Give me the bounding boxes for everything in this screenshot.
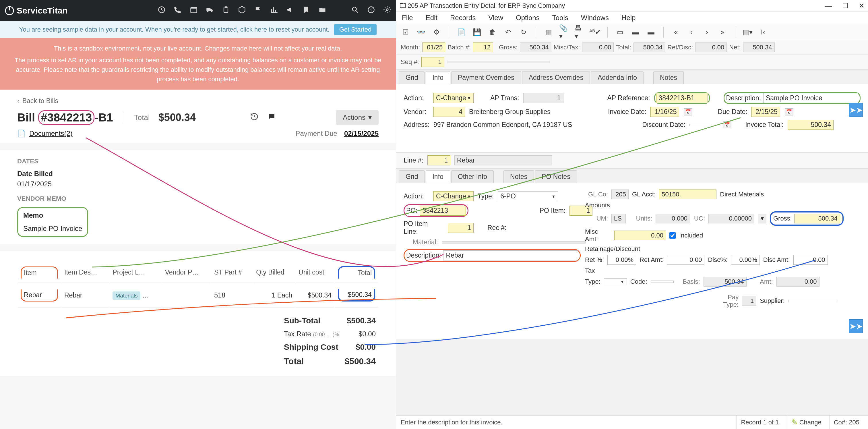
calendar-icon[interactable] [190, 6, 198, 16]
line-num-field[interactable]: 1 [427, 155, 451, 165]
flag-icon[interactable] [254, 6, 262, 16]
truck-icon[interactable] [206, 6, 214, 16]
tab-payment-overrides[interactable]: Payment Overrides [451, 71, 521, 84]
month-field[interactable]: 01/25 [422, 42, 445, 52]
menu-file[interactable]: File [402, 14, 413, 22]
tab2-info[interactable]: Info [426, 170, 450, 183]
search-icon[interactable] [351, 6, 359, 16]
minimize-icon[interactable]: — [825, 2, 832, 10]
type-select[interactable]: 6-PO▼ [498, 191, 558, 201]
retpct-field[interactable]: 0.00% [608, 255, 636, 265]
delete-icon[interactable]: 🗑 [488, 27, 497, 37]
undo-icon[interactable]: ↶ [503, 27, 513, 37]
batch-field[interactable]: 12 [473, 42, 493, 52]
close-icon[interactable]: ✕ [859, 2, 865, 10]
tab-grid[interactable]: Grid [399, 71, 425, 84]
menu-view[interactable]: View [488, 14, 503, 22]
layout-icon[interactable]: ▤▾ [743, 27, 752, 37]
clock-icon[interactable] [158, 6, 166, 16]
amounts-section: GL Co: 205 GL Acct: 50150. Direct Materi… [585, 187, 861, 311]
binoculars-icon[interactable]: 👓 [416, 27, 426, 37]
calendar-icon[interactable]: 📅 [723, 121, 732, 128]
invoice-total-field[interactable]: 500.34 [787, 120, 834, 130]
chart-icon[interactable] [270, 6, 278, 16]
gear-icon[interactable]: ⚙ [432, 27, 441, 37]
megaphone-icon[interactable] [286, 6, 294, 16]
tab-info[interactable]: Info [426, 71, 450, 84]
menu-edit[interactable]: Edit [426, 14, 437, 22]
screen3-icon[interactable]: ▬ [646, 27, 656, 37]
tab2-notes[interactable]: Notes [503, 170, 534, 183]
prev-icon[interactable]: ‹ [687, 27, 696, 37]
bookmark-icon[interactable] [302, 6, 310, 16]
calendar-icon[interactable]: 📅 [684, 108, 692, 116]
discount-date-field[interactable] [689, 124, 718, 126]
gear-icon[interactable] [383, 6, 391, 16]
tab2-ponotes[interactable]: PO Notes [535, 170, 577, 183]
get-started-button[interactable]: Get Started [334, 24, 377, 35]
new-icon[interactable]: 📄 [457, 27, 466, 37]
spellcheck-icon[interactable]: ᴬᴮ✔ [590, 27, 600, 37]
actions-button[interactable]: Actions ▾ [336, 110, 379, 125]
due-date-field[interactable]: 2/15/25 [751, 107, 780, 117]
grid-icon[interactable]: ▦ [544, 27, 553, 37]
discpct-field[interactable]: 0.00% [731, 255, 760, 265]
description-field[interactable]: Sample PO Invoice [763, 93, 858, 103]
menu-help[interactable]: Help [621, 14, 636, 22]
table-row[interactable]: Rebar Rebar Materials … 518 1 Each $500.… [18, 283, 378, 308]
line-action-select[interactable]: C-Change▼ [433, 191, 474, 201]
tab2-other[interactable]: Other Info [451, 170, 494, 183]
print-icon[interactable]: 🖶▾ [575, 27, 584, 37]
vendor-field[interactable]: 4 [433, 107, 465, 117]
phone-icon[interactable] [174, 6, 182, 16]
attach-icon[interactable]: 📎▾ [559, 27, 569, 37]
menu-tools[interactable]: Tools [552, 14, 568, 22]
tab2-grid[interactable]: Grid [399, 170, 425, 183]
tax-code-field[interactable] [651, 280, 674, 283]
maximize-icon[interactable]: ☐ [842, 2, 848, 10]
check-icon[interactable]: ☑ [401, 27, 410, 37]
po-item-line-field[interactable]: 1 [448, 223, 474, 233]
save-icon[interactable]: 💾 [472, 27, 482, 37]
history-icon[interactable] [250, 112, 259, 123]
comment-icon[interactable] [267, 112, 276, 123]
screen2-icon[interactable]: ▬ [631, 27, 640, 37]
supplier-field[interactable] [788, 300, 837, 302]
line-desc-field[interactable]: Rebar [443, 250, 578, 261]
retamt-field[interactable]: 0.00 [667, 255, 704, 265]
tab-notes[interactable]: Notes [653, 71, 684, 84]
folder-icon[interactable] [318, 6, 327, 16]
forward-arrow-button[interactable]: ➤➤ [849, 103, 863, 117]
menu-records[interactable]: Records [450, 14, 476, 22]
gross-field[interactable]: 500.34 [794, 214, 840, 223]
glacct-field[interactable]: 50150. [659, 189, 716, 199]
goto-first-icon[interactable]: I‹ [758, 27, 768, 37]
documents-link[interactable]: Documents(2) [29, 129, 73, 137]
help-icon[interactable]: ? [367, 6, 375, 16]
included-checkbox[interactable] [670, 232, 676, 239]
action-select[interactable]: C-Change▼ [433, 93, 474, 103]
first-icon[interactable]: « [671, 27, 681, 37]
tax-type-select[interactable]: ▼ [604, 278, 627, 285]
st-warning-banner: This is a sandbox environment, not your … [0, 38, 396, 90]
seq-field[interactable]: 1 [422, 57, 444, 67]
misc-amt-field[interactable]: 0.00 [614, 231, 666, 240]
discamt-field[interactable]: 0.00 [794, 255, 828, 265]
po-field[interactable]: 3842213 [420, 206, 466, 216]
back-to-bills-link[interactable]: ‹ Back to Bills [17, 97, 379, 105]
calendar-icon[interactable]: 📅 [785, 108, 794, 116]
tab-addenda[interactable]: Addenda Info [591, 71, 644, 84]
tab-address-overrides[interactable]: Address Overrides [522, 71, 590, 84]
menu-windows[interactable]: Windows [581, 14, 609, 22]
redo-icon[interactable]: ↻ [519, 27, 528, 37]
apref-field[interactable]: 3842213-B1 [656, 93, 708, 103]
clipboard-icon[interactable] [222, 6, 230, 16]
invoice-date-field[interactable]: 1/16/25 [650, 107, 679, 117]
forward-arrow-button-2[interactable]: ➤➤ [849, 319, 863, 333]
menu-options[interactable]: Options [516, 14, 539, 22]
last-icon[interactable]: » [718, 27, 727, 37]
screen1-icon[interactable]: ▭ [615, 27, 625, 37]
st-logo[interactable]: ServiceTitan [5, 6, 68, 16]
box-icon[interactable] [238, 6, 246, 16]
next-icon[interactable]: › [702, 27, 712, 37]
